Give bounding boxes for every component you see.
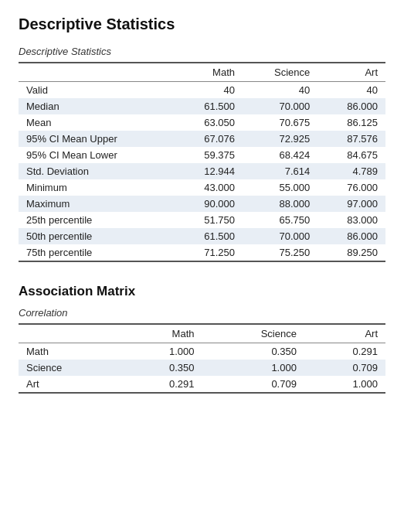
cell-art: 97.000 [317,196,385,212]
descriptive-statistics-table: Math Science Art Valid404040Median61.500… [19,62,385,262]
cell-label: Median [19,98,175,114]
cell-label: Mean [19,114,175,131]
cell-science: 65.750 [243,212,317,228]
table-row: Mean63.05070.67586.125 [19,114,385,131]
table-row: 25th percentile51.75065.75083.000 [19,212,385,228]
cell-science: 88.000 [243,196,317,212]
cell-art: 86.125 [317,114,385,131]
cell-art: 1.000 [304,376,385,393]
table-row: Maximum90.00088.00097.000 [19,196,385,212]
desc-col-science: Science [243,63,317,82]
cell-art: 86.000 [317,228,385,244]
table-row: 95% CI Mean Lower59.37568.42484.675 [19,147,385,163]
cell-label: Minimum [19,179,175,196]
cell-math: 51.750 [175,212,243,228]
cell-label: 25th percentile [19,212,175,228]
assoc-title: Association Matrix [19,284,385,299]
cell-science: 0.709 [202,376,304,393]
desc-header-row: Math Science Art [19,63,385,82]
cell-art: 0.709 [304,360,385,376]
cell-art: 87.576 [317,131,385,147]
corr-header-row: Math Science Art [19,324,385,343]
cell-math: 0.291 [121,376,202,393]
cell-science: 72.925 [243,131,317,147]
cell-science: 70.675 [243,114,317,131]
cell-label: Art [19,376,121,393]
cell-art: 40 [317,82,385,99]
cell-math: 71.250 [175,244,243,261]
corr-col-math: Math [121,324,202,343]
table-row: Art0.2910.7091.000 [19,376,385,393]
cell-art: 89.250 [317,244,385,261]
cell-label: Maximum [19,196,175,212]
cell-science: 68.424 [243,147,317,163]
cell-math: 63.050 [175,114,243,131]
cell-science: 40 [243,82,317,99]
cell-label: Std. Deviation [19,163,175,179]
correlation-table: Math Science Art Math1.0000.3500.291Scie… [19,323,385,394]
cell-label: Science [19,360,121,376]
cell-science: 55.000 [243,179,317,196]
table-row: 75th percentile71.25075.25089.250 [19,244,385,261]
association-matrix-section: Association Matrix Correlation Math Scie… [19,284,385,394]
cell-science: 70.000 [243,98,317,114]
cell-math: 59.375 [175,147,243,163]
cell-math: 1.000 [121,343,202,360]
cell-math: 61.500 [175,228,243,244]
desc-col-math: Math [175,63,243,82]
cell-math: 0.350 [121,360,202,376]
table-row: Science0.3501.0000.709 [19,360,385,376]
table-row: Std. Deviation12.9447.6144.789 [19,163,385,179]
cell-art: 83.000 [317,212,385,228]
corr-col-art: Art [304,324,385,343]
cell-math: 90.000 [175,196,243,212]
table-row: 95% CI Mean Upper67.07672.92587.576 [19,131,385,147]
table-row: Valid404040 [19,82,385,99]
table-row: Median61.50070.00086.000 [19,98,385,114]
desc-col-art: Art [317,63,385,82]
page-title: Descriptive Statistics [19,15,385,33]
cell-art: 4.789 [317,163,385,179]
cell-math: 43.000 [175,179,243,196]
cell-math: 12.944 [175,163,243,179]
corr-subtitle: Correlation [19,307,385,319]
cell-art: 86.000 [317,98,385,114]
table-row: Minimum43.00055.00076.000 [19,179,385,196]
cell-label: Valid [19,82,175,99]
cell-art: 76.000 [317,179,385,196]
cell-label: 75th percentile [19,244,175,261]
desc-subtitle: Descriptive Statistics [19,46,385,57]
cell-math: 67.076 [175,131,243,147]
cell-label: 95% CI Mean Upper [19,131,175,147]
cell-science: 70.000 [243,228,317,244]
cell-science: 1.000 [202,360,304,376]
cell-art: 0.291 [304,343,385,360]
cell-science: 0.350 [202,343,304,360]
table-row: Math1.0000.3500.291 [19,343,385,360]
corr-col-science: Science [202,324,304,343]
cell-science: 7.614 [243,163,317,179]
cell-art: 84.675 [317,147,385,163]
cell-label: 50th percentile [19,228,175,244]
descriptive-statistics-section: Descriptive Statistics Descriptive Stati… [19,15,385,262]
corr-col-label [19,324,121,343]
cell-science: 75.250 [243,244,317,261]
table-row: 50th percentile61.50070.00086.000 [19,228,385,244]
cell-math: 40 [175,82,243,99]
cell-math: 61.500 [175,98,243,114]
cell-label: Math [19,343,121,360]
cell-label: 95% CI Mean Lower [19,147,175,163]
desc-col-label [19,63,175,82]
